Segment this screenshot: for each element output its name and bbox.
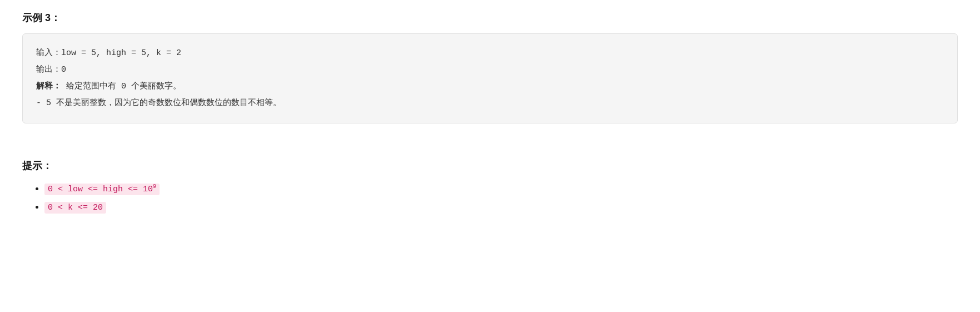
- hints-list: 0 < low <= high <= 109 0 < k <= 20: [22, 184, 958, 212]
- code-line-3-text: 给定范围中有 0 个美丽数字。: [66, 82, 181, 91]
- list-item: 0 < low <= high <= 109: [44, 184, 958, 194]
- code-line-4: - 5 不是美丽整数，因为它的奇数数位和偶数数位的数目不相等。: [36, 95, 944, 112]
- hints-title: 提示：: [22, 159, 958, 172]
- code-line-3-label: 解释：: [36, 82, 61, 91]
- example-code-block: 输入：low = 5, high = 5, k = 2 输出：0 解释： 给定范…: [22, 33, 958, 123]
- code-line-1: 输入：low = 5, high = 5, k = 2: [36, 45, 944, 62]
- hint-code-2: 0 < k <= 20: [44, 202, 106, 214]
- example-section: 示例 3： 输入：low = 5, high = 5, k = 2 输出：0 解…: [22, 11, 958, 123]
- hints-section: 提示： 0 < low <= high <= 109 0 < k <= 20: [22, 159, 958, 212]
- hint-code-1: 0 < low <= high <= 109: [44, 184, 160, 195]
- spacer: [22, 141, 958, 159]
- example-title: 示例 3：: [22, 11, 958, 24]
- list-item: 0 < k <= 20: [44, 202, 958, 212]
- code-line-3: 解释： 给定范围中有 0 个美丽数字。: [36, 78, 944, 95]
- code-line-2: 输出：0: [36, 62, 944, 78]
